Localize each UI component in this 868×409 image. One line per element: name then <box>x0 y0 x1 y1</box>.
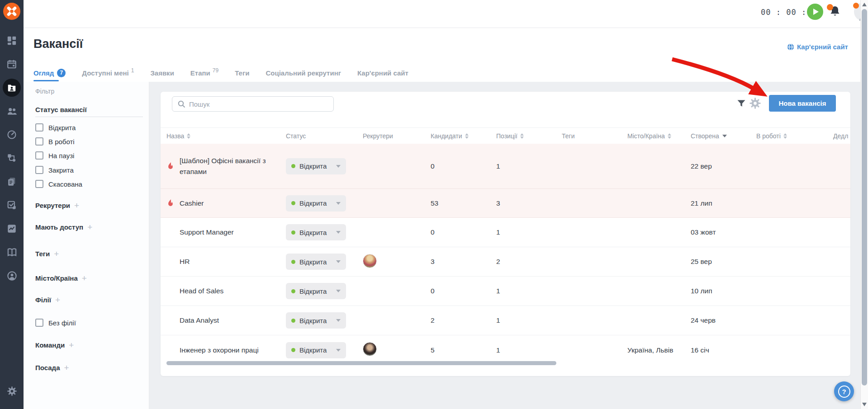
column-header-candidates[interactable]: Кандидати <box>431 132 496 140</box>
add-filter-icon[interactable]: + <box>74 202 79 209</box>
notification-badge <box>827 4 833 10</box>
tab-tags[interactable]: Теги <box>235 69 249 77</box>
chart-icon <box>7 224 17 234</box>
chevron-down-icon <box>336 260 341 263</box>
checkbox[interactable] <box>35 123 43 132</box>
add-filter-icon[interactable]: + <box>69 342 74 348</box>
play-icon <box>813 9 819 15</box>
filter-funnel-icon[interactable] <box>736 98 747 109</box>
sidebar-item-settings[interactable] <box>0 382 24 400</box>
sidebar-item-recruiting[interactable] <box>0 78 24 98</box>
search-box[interactable] <box>172 96 334 112</box>
tab-requisitions[interactable]: Заявки <box>150 69 174 77</box>
checkbox[interactable] <box>35 319 43 327</box>
checkbox[interactable] <box>35 180 43 188</box>
help-button[interactable]: ? <box>834 381 854 401</box>
status-dropdown[interactable]: Відкрита <box>286 283 346 299</box>
filter-option-closed[interactable]: Закрита <box>35 166 74 174</box>
sidebar-item-knowledge-base[interactable] <box>0 243 24 261</box>
positions-count: 1 <box>496 162 562 170</box>
sidebar-item-org-structure[interactable] <box>0 149 24 167</box>
filter-group-branches: Філії + <box>35 296 60 304</box>
sidebar-item-documents[interactable] <box>0 173 24 191</box>
vertical-scrollbar[interactable] <box>860 0 868 409</box>
add-filter-icon[interactable]: + <box>64 365 69 371</box>
created-date: 03 жовт <box>691 228 756 236</box>
scroll-up-arrow-icon[interactable] <box>862 3 867 6</box>
filter-option-cancelled[interactable]: Скасована <box>35 180 82 188</box>
tab-overview[interactable]: Огляд 7 <box>33 69 66 77</box>
vacancy-name[interactable]: Інженер з охорони праці <box>180 345 259 355</box>
documents-icon <box>7 177 17 187</box>
vacancy-row[interactable]: HR Відкрита 3 2 25 вер <box>161 247 850 277</box>
app-logo[interactable] <box>3 3 20 20</box>
created-date: 10 лип <box>691 287 756 295</box>
filter-option-open[interactable]: Відкрита <box>35 123 76 132</box>
new-vacancy-button[interactable]: Нова вакансія <box>769 95 836 112</box>
filter-option-in-progress[interactable]: В роботі <box>35 137 75 146</box>
checkbox[interactable] <box>35 166 43 174</box>
vacancy-name[interactable]: HR <box>180 256 190 267</box>
filter-option-no-branch[interactable]: Без філії <box>35 319 76 327</box>
status-dropdown[interactable]: Відкрита <box>286 254 346 270</box>
vacancy-row[interactable]: Support Manager Відкрита 0 1 03 жовт <box>161 218 850 247</box>
status-dropdown[interactable]: Відкрита <box>286 195 346 212</box>
status-label: Відкрита <box>299 258 327 266</box>
active-item-highlight <box>3 79 21 97</box>
vacancy-row[interactable]: [Шаблон] Офісні вакансії з етапами Відкр… <box>161 144 850 189</box>
vacancy-name[interactable]: Support Manager <box>180 227 234 237</box>
tab-available-to-me[interactable]: Доступні мені 1 <box>82 69 134 77</box>
tab-social-recruiting[interactable]: Соціальний рекрутинг <box>266 69 341 77</box>
column-header-in-work[interactable]: В роботі <box>756 132 833 140</box>
status-label: Відкрита <box>299 199 327 207</box>
notifications-button[interactable] <box>829 5 842 19</box>
checkbox[interactable] <box>35 137 43 146</box>
vacancy-row[interactable]: Head of Sales Відкрита 0 1 10 лип <box>161 277 850 306</box>
status-dropdown[interactable]: Відкрита <box>286 342 346 358</box>
sidebar-item-performance[interactable] <box>0 126 24 144</box>
sidebar-item-dashboard[interactable] <box>0 32 24 50</box>
scroll-down-arrow-icon[interactable] <box>862 403 867 406</box>
add-filter-icon[interactable]: + <box>87 224 92 230</box>
tab-count: 79 <box>213 67 218 74</box>
sidebar-item-people[interactable] <box>0 102 24 120</box>
add-filter-icon[interactable]: + <box>82 275 87 282</box>
horizontal-scrollbar[interactable] <box>166 361 556 365</box>
status-dropdown[interactable]: Відкрита <box>286 312 346 329</box>
sidebar-item-analytics[interactable] <box>0 220 24 238</box>
column-header-created[interactable]: Створена <box>691 132 756 140</box>
recruiter-avatar[interactable] <box>363 254 377 268</box>
recruiter-avatar[interactable] <box>363 342 377 356</box>
filter-option-paused[interactable]: На паузі <box>35 151 74 160</box>
column-header-city-country[interactable]: Місто/Країна <box>627 132 691 140</box>
checkbox-label: В роботі <box>48 138 75 146</box>
table-settings-gear-icon[interactable] <box>749 97 761 109</box>
vacancy-row[interactable]: Інженер з охорони праці Відкрита 5 1 Укр… <box>161 335 850 365</box>
start-timer-button[interactable] <box>807 4 823 20</box>
checkbox[interactable] <box>35 151 43 160</box>
status-dropdown[interactable]: Відкрита <box>286 224 346 240</box>
vacancy-name[interactable]: Cashier <box>180 198 204 208</box>
search-input[interactable] <box>189 100 333 108</box>
org-chart-icon <box>7 153 17 163</box>
vacancy-row[interactable]: Cashier Відкрита 53 3 21 лип <box>161 189 850 218</box>
sidebar-item-calendar[interactable] <box>0 55 24 73</box>
vacancy-name[interactable]: Head of Sales <box>180 286 223 296</box>
tab-career-site[interactable]: Кар'єрний сайт <box>357 69 408 77</box>
add-filter-icon[interactable]: + <box>54 251 59 257</box>
vacancy-row[interactable]: Data Analyst Відкрита 2 1 24 черв <box>161 306 850 335</box>
column-header-recruiters: Рекрутери <box>363 132 431 140</box>
tab-stages[interactable]: Етапи 79 <box>190 69 218 77</box>
column-header-name[interactable]: Назва <box>161 132 286 140</box>
sidebar-item-tasks[interactable] <box>0 196 24 214</box>
sidebar-item-profile[interactable] <box>0 267 24 285</box>
filter-group-recruiters: Рекрутери + <box>35 202 79 209</box>
career-site-link[interactable]: Кар'єрний сайт <box>787 43 848 51</box>
column-header-positions[interactable]: Позиції <box>496 132 562 140</box>
scrollbar-thumb[interactable] <box>862 9 867 385</box>
vacancy-name[interactable]: Data Analyst <box>180 315 219 325</box>
add-filter-icon[interactable]: + <box>55 297 60 303</box>
status-dropdown[interactable]: Відкрита <box>286 158 346 174</box>
vacancy-name[interactable]: [Шаблон] Офісні вакансії з етапами <box>180 155 283 177</box>
status-label: Відкрита <box>299 162 327 170</box>
